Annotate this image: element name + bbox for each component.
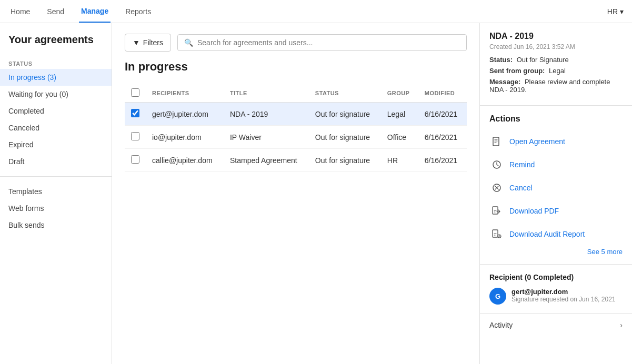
- col-checkbox: [125, 84, 146, 103]
- row-checkbox-cell: [125, 126, 146, 149]
- see-more-link[interactable]: See 5 more: [489, 246, 623, 256]
- nav-send[interactable]: Send: [45, 1, 66, 22]
- panel-message-label: Message:: [489, 78, 520, 86]
- panel-doc-info: NDA - 2019 Created Jun 16, 2021 3:52 AM …: [480, 23, 632, 106]
- table-row[interactable]: gert@jupiter.dom NDA - 2019 Out for sign…: [125, 103, 467, 126]
- recipient-item: G gert@jupiter.dom Signature requested o…: [489, 288, 623, 305]
- action-cancel[interactable]: Cancel: [489, 176, 623, 199]
- panel-recipients: Recipient (0 Completed) G gert@jupiter.d…: [480, 265, 632, 314]
- chevron-down-icon: ▾: [620, 7, 624, 16]
- recipient-info: gert@jupiter.dom Signature requested on …: [511, 288, 615, 303]
- sidebar-item-canceled[interactable]: Canceled: [0, 119, 112, 136]
- row-checkbox-cell: [125, 103, 146, 126]
- col-title: TITLE: [224, 84, 309, 103]
- recipient-email: gert@jupiter.dom: [511, 288, 615, 296]
- row-recipient: callie@jupiter.dom: [146, 149, 224, 172]
- download-pdf-icon: [489, 204, 504, 218]
- action-remind-label: Remind: [509, 160, 535, 169]
- agreements-table: RECIPIENTS TITLE STATUS GROUP MODIFIED g…: [125, 84, 467, 172]
- user-menu[interactable]: HR ▾: [607, 7, 624, 16]
- sidebar-section-status: STATUS: [0, 56, 112, 69]
- row-modified: 6/16/2021: [418, 149, 467, 172]
- sidebar-item-web-forms[interactable]: Web forms: [0, 200, 112, 217]
- row-status: Out for signature: [309, 103, 381, 126]
- row-group: Legal: [381, 103, 418, 126]
- top-navigation: Home Send Manage Reports HR ▾: [0, 0, 632, 23]
- recipient-title: Recipient (0 Completed): [489, 273, 623, 281]
- cancel-circle-icon: [489, 180, 504, 195]
- search-input[interactable]: [197, 38, 460, 47]
- panel-status-field: Status: Out for Signature: [489, 56, 623, 64]
- sidebar-item-expired[interactable]: Expired: [0, 136, 112, 153]
- action-remind[interactable]: Remind: [489, 153, 623, 176]
- nav-links: Home Send Manage Reports: [8, 1, 153, 23]
- row-title: NDA - 2019: [224, 103, 309, 126]
- sidebar-divider: [0, 176, 112, 177]
- row-checkbox[interactable]: [131, 109, 139, 117]
- document-icon: [489, 134, 504, 149]
- nav-manage[interactable]: Manage: [79, 1, 111, 23]
- sidebar-item-completed[interactable]: Completed: [0, 103, 112, 119]
- action-download-pdf[interactable]: Download PDF: [489, 199, 623, 223]
- action-open-agreement[interactable]: Open Agreement: [489, 130, 623, 153]
- panel-sent-from-value: Legal: [549, 67, 566, 75]
- panel-sent-from-field: Sent from group: Legal: [489, 67, 623, 75]
- panel-message-field: Message: Please review and complete NDA …: [489, 78, 623, 94]
- user-label: HR: [607, 7, 618, 16]
- nav-home[interactable]: Home: [8, 1, 32, 22]
- svg-rect-0: [493, 137, 499, 146]
- filter-icon: ▼: [133, 38, 140, 47]
- col-group: GROUP: [381, 84, 418, 103]
- chevron-right-icon: ›: [620, 321, 623, 329]
- row-checkbox-cell: [125, 149, 146, 172]
- recipient-sub: Signature requested on Jun 16, 2021: [511, 296, 615, 303]
- row-status: Out for signature: [309, 126, 381, 149]
- panel-created: Created Jun 16, 2021 3:52 AM: [489, 43, 623, 50]
- row-recipient: gert@jupiter.dom: [146, 103, 224, 126]
- filters-button[interactable]: ▼ Filters: [125, 34, 171, 52]
- toolbar: ▼ Filters 🔍: [125, 34, 467, 52]
- main-layout: Your agreements STATUS In progress (3) W…: [0, 23, 632, 364]
- row-modified: 6/16/2021: [418, 103, 467, 126]
- col-recipients: RECIPIENTS: [146, 84, 224, 103]
- actions-title: Actions: [489, 114, 623, 124]
- panel-actions: Actions Open Agreement Remind: [480, 106, 632, 265]
- avatar: G: [489, 288, 506, 305]
- sidebar-item-in-progress[interactable]: In progress (3): [0, 69, 112, 86]
- row-group: HR: [381, 149, 418, 172]
- activity-row[interactable]: Activity ›: [480, 314, 632, 337]
- sidebar: Your agreements STATUS In progress (3) W…: [0, 23, 112, 364]
- row-checkbox[interactable]: [131, 132, 139, 140]
- action-download-audit-label: Download Audit Report: [509, 230, 585, 238]
- filter-label: Filters: [143, 38, 163, 47]
- table-row[interactable]: io@jupiter.dom IP Waiver Out for signatu…: [125, 126, 467, 149]
- row-recipient: io@jupiter.dom: [146, 126, 224, 149]
- row-status: Out for signature: [309, 149, 381, 172]
- sidebar-item-waiting[interactable]: Waiting for you (0): [0, 86, 112, 103]
- row-modified: 6/16/2021: [418, 126, 467, 149]
- sidebar-item-templates[interactable]: Templates: [0, 183, 112, 200]
- page-title: In progress: [125, 60, 467, 74]
- content-area: ▼ Filters 🔍 In progress RECIPIENTS TITLE…: [112, 23, 479, 364]
- row-title: Stamped Agreement: [224, 149, 309, 172]
- sidebar-item-bulk-sends[interactable]: Bulk sends: [0, 217, 112, 234]
- right-panel: NDA - 2019 Created Jun 16, 2021 3:52 AM …: [479, 23, 632, 364]
- select-all-checkbox[interactable]: [131, 88, 139, 97]
- action-open-label: Open Agreement: [509, 137, 565, 146]
- download-audit-icon: [489, 227, 504, 241]
- row-group: Office: [381, 126, 418, 149]
- col-modified: MODIFIED: [418, 84, 467, 103]
- panel-sent-from-label: Sent from group:: [489, 67, 545, 75]
- table-row[interactable]: callie@jupiter.dom Stamped Agreement Out…: [125, 149, 467, 172]
- panel-status-value: Out for Signature: [517, 56, 569, 64]
- row-title: IP Waiver: [224, 126, 309, 149]
- action-download-audit[interactable]: Download Audit Report: [489, 223, 623, 246]
- search-box: 🔍: [177, 34, 467, 51]
- sidebar-item-draft[interactable]: Draft: [0, 153, 112, 170]
- activity-label: Activity: [489, 321, 513, 329]
- row-checkbox[interactable]: [131, 155, 139, 164]
- clock-icon: [489, 157, 504, 172]
- nav-reports[interactable]: Reports: [123, 1, 153, 22]
- action-cancel-label: Cancel: [509, 184, 533, 192]
- panel-doc-title: NDA - 2019: [489, 32, 623, 41]
